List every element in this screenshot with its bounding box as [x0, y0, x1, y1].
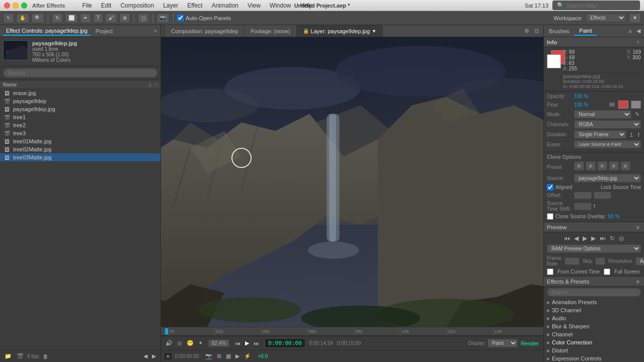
- viewer-fullscreen-btn[interactable]: ⊡: [533, 27, 540, 35]
- from-current-checkbox[interactable]: [547, 268, 553, 275]
- minimize-button[interactable]: [13, 3, 19, 9]
- panel-close-btn[interactable]: ✕: [153, 28, 157, 34]
- list-item[interactable]: 🖼 tree02Matte.jpg: [0, 145, 160, 153]
- clone-preset-5[interactable]: ⊕: [620, 161, 630, 170]
- new-comp-btn[interactable]: 🎬: [15, 352, 25, 360]
- camera-icon[interactable]: 📷: [204, 352, 214, 360]
- workspace-menu-btn[interactable]: ▼: [629, 13, 641, 23]
- menu-effect[interactable]: Effect: [183, 2, 206, 9]
- clone-preset-1[interactable]: ⊕: [574, 161, 584, 170]
- next-fr-btn[interactable]: ▶: [590, 234, 597, 242]
- tab-project[interactable]: Project: [93, 27, 116, 35]
- effects-panel-btn[interactable]: ≡: [635, 278, 641, 285]
- duration-select[interactable]: Single Frame: [574, 130, 626, 139]
- effect-animation-presets[interactable]: ▶ Animation Presets: [544, 298, 644, 306]
- source-select[interactable]: paysage9dep.jpg: [574, 174, 641, 183]
- background-color[interactable]: [547, 54, 561, 68]
- compare-icon[interactable]: ▦: [224, 352, 232, 360]
- overlay-checkbox[interactable]: [547, 213, 553, 220]
- rotate-tool[interactable]: ↻: [52, 13, 63, 23]
- close-button[interactable]: [4, 3, 10, 9]
- panel-collapse-btn[interactable]: ◀: [635, 27, 642, 35]
- workspace-select[interactable]: Effects: [586, 14, 626, 22]
- auto-open-panels-checkbox[interactable]: [177, 15, 184, 21]
- search-help-box[interactable]: 🔍: [552, 1, 640, 10]
- tab-paint[interactable]: Paint: [574, 27, 597, 36]
- prev-btn[interactable]: ◀: [142, 352, 149, 360]
- offset-y-field[interactable]: -44: [594, 192, 611, 199]
- prev-frame-btn[interactable]: ⏮: [233, 340, 242, 347]
- menu-file[interactable]: File: [78, 2, 96, 9]
- mode-options-btn[interactable]: ✎: [633, 111, 641, 118]
- menu-animation[interactable]: Animation: [208, 2, 243, 9]
- solo-btn[interactable]: ◎: [176, 339, 184, 347]
- delete-btn[interactable]: 🗑: [41, 353, 50, 360]
- shape-tool[interactable]: ◻: [138, 13, 149, 23]
- fast-preview-icon[interactable]: ⚡: [243, 352, 253, 360]
- render-btn[interactable]: Render: [519, 340, 540, 347]
- brush-tool[interactable]: 🖌: [105, 13, 117, 23]
- selection-tool[interactable]: ↖: [3, 13, 14, 23]
- effect-expression-controls[interactable]: ▶ Expression Controls: [544, 354, 644, 362]
- tab-composition[interactable]: Composition: paysage9dep: [165, 25, 245, 37]
- next-frame-btn[interactable]: ⏭: [252, 340, 261, 347]
- effects-search-input[interactable]: [547, 288, 641, 297]
- play-pause-btn[interactable]: ▶: [581, 234, 589, 242]
- camera-tool[interactable]: 📷: [156, 13, 170, 23]
- bg-color-chip[interactable]: [631, 101, 641, 109]
- full-screen-checkbox[interactable]: [604, 268, 610, 275]
- preview-icon[interactable]: ▶: [234, 352, 241, 360]
- viewer-settings-btn[interactable]: ⚙: [523, 27, 531, 35]
- resolution-select[interactable]: Auto: [635, 257, 644, 265]
- effect-audio[interactable]: ▶ Audio: [544, 314, 644, 322]
- list-item[interactable]: 🖼 tree01Matte.jpg: [0, 137, 160, 145]
- menu-edit[interactable]: Edit: [97, 2, 116, 9]
- skip-field[interactable]: 0: [595, 257, 605, 265]
- effect-distort[interactable]: ▶ Distort: [544, 346, 644, 354]
- fps-field[interactable]: 25: [565, 257, 580, 265]
- loop-btn[interactable]: ↻: [608, 234, 616, 242]
- effect-channel[interactable]: ▶ Channel: [544, 330, 644, 338]
- go-end-btn[interactable]: ⏭: [598, 234, 607, 242]
- filter-btn[interactable]: ≡: [154, 82, 157, 87]
- audio-btn[interactable]: 🔊: [164, 339, 174, 347]
- viewer-canvas[interactable]: [161, 37, 543, 327]
- menu-view[interactable]: View: [244, 2, 265, 9]
- search-help-input[interactable]: [566, 3, 635, 9]
- opacity-value[interactable]: 100 %: [574, 94, 588, 99]
- play-btn[interactable]: ▶: [244, 339, 251, 347]
- tab-layer[interactable]: 🔒 Layer: paysage9dep.jpg ▼: [297, 25, 383, 37]
- pen-tool[interactable]: ✒: [80, 13, 91, 23]
- project-search-input[interactable]: [3, 68, 157, 77]
- next-btn[interactable]: ▶: [150, 352, 157, 360]
- effect-color-correction[interactable]: ▶ Color Correction: [544, 338, 644, 346]
- grid-icon[interactable]: ⊞: [215, 352, 223, 360]
- clone-preset-2[interactable]: ⊕: [586, 161, 596, 170]
- sort-btn[interactable]: ▲: [147, 82, 152, 87]
- list-item[interactable]: 🖼 paysage9dep.jpg: [0, 105, 160, 113]
- aligned-checkbox[interactable]: [547, 184, 553, 191]
- preview-panel-btn[interactable]: ≡: [635, 224, 641, 231]
- display-select[interactable]: Paint: [488, 339, 518, 347]
- effect-3d-channel[interactable]: ▶ 3D Channel: [544, 306, 644, 314]
- overlay-value[interactable]: 50 %: [608, 214, 620, 219]
- duration-extra-btn2[interactable]: f: [636, 131, 641, 138]
- mode-select[interactable]: Normal: [574, 110, 631, 119]
- duration-extra-btn[interactable]: 1: [628, 131, 634, 138]
- list-item[interactable]: 🎬 tree2: [0, 121, 160, 129]
- panel-menu-btn[interactable]: ≡: [627, 27, 633, 35]
- menu-window[interactable]: Window: [266, 2, 295, 9]
- list-item[interactable]: 🎬 paysage9dep: [0, 97, 160, 105]
- menu-layer[interactable]: Layer: [159, 2, 182, 9]
- pan-tool[interactable]: ⬜: [65, 13, 78, 23]
- clone-preset-4[interactable]: ⊕: [609, 161, 619, 170]
- list-item[interactable]: 🎬 tree3: [0, 129, 160, 137]
- ram-preview-select[interactable]: RAM Preview Options: [547, 244, 641, 253]
- list-item[interactable]: 🖼 erase.jpg: [0, 89, 160, 97]
- text-tool[interactable]: T: [93, 13, 103, 23]
- erase-select[interactable]: Layer Source & Paint: [574, 140, 641, 148]
- new-folder-btn[interactable]: 📁: [3, 352, 13, 360]
- tab-layer-arrow[interactable]: ▼: [372, 29, 376, 34]
- zoom-tool[interactable]: 🔍: [31, 13, 44, 23]
- info-expand-btn[interactable]: ≡: [635, 39, 641, 45]
